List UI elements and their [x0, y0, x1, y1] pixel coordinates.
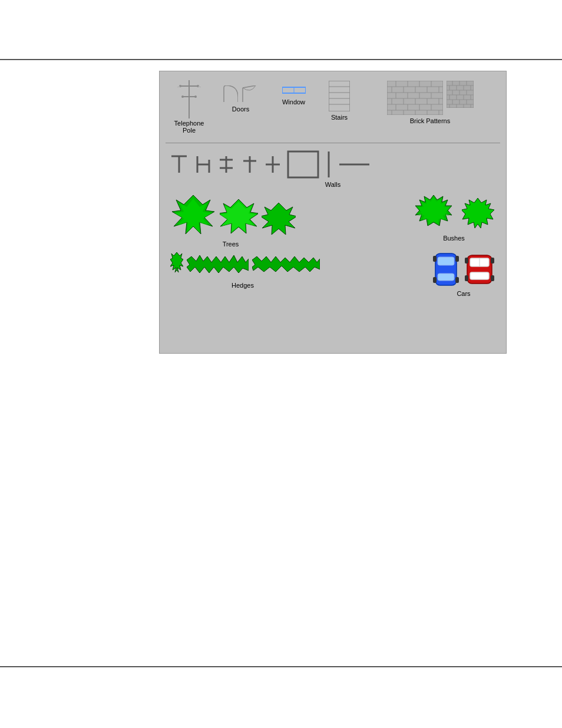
car-blue-icon	[433, 251, 459, 288]
hedge-long-2-icon	[252, 255, 320, 275]
svg-rect-106	[438, 274, 454, 281]
telephone-pole-area: Telephone Pole	[166, 77, 213, 134]
symbols-panel: Telephone Pole Doors	[159, 71, 507, 354]
svg-rect-116	[491, 258, 494, 263]
hedges-label: Hedges	[166, 282, 320, 289]
svg-marker-103	[252, 256, 320, 272]
wall-h-left-icon	[194, 155, 211, 174]
svg-line-10	[243, 85, 256, 88]
hedges-cars-section: Hedges	[166, 251, 500, 297]
trees-label: Trees	[166, 241, 296, 248]
brick-patterns-label: Brick Patterns	[410, 117, 450, 124]
doors-label: Doors	[232, 106, 249, 113]
divider-1	[166, 143, 500, 143]
svg-rect-114	[470, 272, 489, 279]
brick-pattern-small	[447, 81, 474, 108]
walls-label: Walls	[166, 181, 500, 188]
svg-rect-108	[455, 256, 459, 262]
wall-vertical-icon	[325, 150, 332, 179]
hedges-col: Hedges	[166, 251, 320, 289]
bushes-col: Bushes	[414, 194, 494, 242]
svg-rect-109	[433, 277, 437, 283]
trees-col: Trees	[166, 194, 296, 248]
bottom-rule	[0, 666, 562, 667]
stairs-area: Stairs	[319, 77, 360, 121]
doors-area: Doors	[213, 77, 269, 113]
tree-icon-2	[220, 198, 258, 238]
bushes-label: Bushes	[414, 235, 494, 242]
cars-col: Cars	[433, 251, 494, 297]
wall-room-icon	[287, 150, 319, 179]
window-label: Window	[282, 98, 305, 106]
svg-rect-118	[491, 275, 494, 281]
wall-offset-icon	[241, 155, 259, 174]
walls-section: Walls	[166, 146, 500, 192]
wall-cross-bottom-icon	[217, 155, 235, 174]
bush-icon-2	[462, 197, 494, 229]
svg-rect-107	[433, 256, 437, 262]
wall-t-icon	[170, 155, 188, 174]
wall-plus-icon	[265, 155, 281, 174]
trees-bushes-section: Trees Bushes	[166, 194, 500, 248]
stairs-label: Stairs	[331, 114, 348, 121]
door-icon-2	[242, 85, 260, 102]
wall-horizontal-icon	[338, 161, 371, 168]
telephone-pole-label: Telephone Pole	[174, 120, 204, 134]
svg-marker-101	[170, 252, 183, 272]
stairs-icon	[329, 81, 350, 111]
tree-icon-3	[262, 202, 296, 238]
telephone-pole-icon	[177, 80, 201, 118]
svg-point-6	[194, 95, 197, 98]
svg-rect-51	[447, 81, 474, 108]
svg-point-5	[181, 95, 184, 98]
svg-marker-100	[462, 198, 494, 228]
window-icon	[282, 85, 306, 96]
car-red-icon	[465, 253, 494, 286]
bush-icon-1	[414, 194, 454, 232]
hedge-small-icon	[170, 251, 183, 279]
tree-icon-1	[170, 194, 216, 238]
brick-patterns-area: Brick Patterns	[360, 77, 500, 124]
brick-pattern-large	[387, 81, 443, 115]
window-area: Window	[269, 77, 319, 106]
svg-rect-115	[465, 258, 468, 263]
cars-label: Cars	[433, 290, 494, 297]
svg-rect-18	[387, 81, 443, 115]
hedge-long-1-icon	[187, 254, 249, 276]
svg-rect-105	[438, 257, 454, 265]
svg-rect-117	[465, 275, 468, 281]
svg-rect-13	[329, 81, 350, 111]
svg-rect-110	[455, 277, 459, 283]
top-rule	[0, 59, 562, 60]
svg-marker-97	[262, 203, 296, 235]
door-icon-1	[222, 85, 238, 102]
svg-marker-102	[187, 255, 249, 273]
svg-rect-90	[288, 151, 318, 177]
